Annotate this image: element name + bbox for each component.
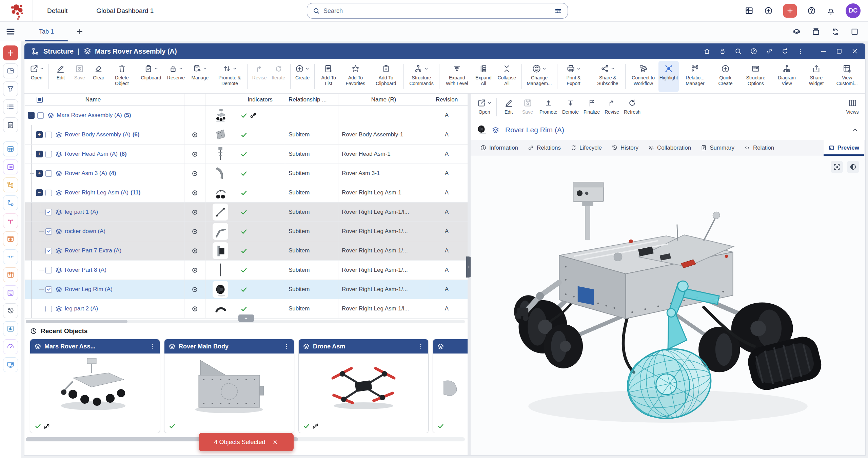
add-tab-icon[interactable]	[72, 27, 87, 36]
grid-row[interactable]: +Rover Head Asm (A)(8)SubitemRover Head …	[25, 145, 468, 164]
row-checkbox[interactable]	[45, 151, 52, 157]
sidebar-history-view-button[interactable]	[3, 303, 18, 318]
diagram-view-button[interactable]: Diagram View	[772, 61, 802, 92]
structure-options-button[interactable]: Structure Options	[739, 61, 772, 92]
grid-row[interactable]: Rover Part 8 (A)SubitemRover Right Leg A…	[25, 261, 468, 280]
row-checkbox[interactable]	[45, 209, 52, 215]
item-name-link[interactable]: Rover Body Assembly (A)	[65, 131, 131, 138]
column-header-indicators[interactable]: Indicators	[235, 94, 285, 106]
column-header-visibility[interactable]	[184, 94, 205, 106]
shading-mode-button[interactable]	[847, 161, 859, 173]
tab-history[interactable]: History	[607, 140, 643, 156]
quick-create-button[interactable]	[783, 4, 797, 18]
sidebar-node-link-view-button[interactable]	[3, 195, 18, 210]
visibility-eye-icon[interactable]	[191, 286, 198, 293]
expand-node-button[interactable]: +	[36, 170, 43, 177]
recent-object-card[interactable]: Rover Main Body	[164, 339, 294, 433]
sidebar-clipboard-doc-button[interactable]	[3, 117, 18, 132]
row-checkbox[interactable]	[37, 112, 44, 119]
demote-button[interactable]: Demote	[560, 95, 581, 119]
structure-commands-button[interactable]: Structure Commands	[406, 61, 437, 92]
view-customi-button[interactable]: View Customi...	[831, 61, 863, 92]
recent-object-card[interactable]: Mars Rover Ass...	[30, 339, 160, 433]
card-menu-icon[interactable]	[283, 343, 290, 350]
clipboard-button[interactable]: Clipboard	[141, 61, 161, 92]
sync-icon[interactable]	[831, 27, 840, 36]
reserve-button[interactable]: Reserve	[166, 61, 185, 92]
sidebar-form-view-button[interactable]	[3, 159, 18, 174]
sidebar-list-view-button[interactable]	[3, 99, 18, 114]
collapse-all-button[interactable]: Collapse All	[495, 61, 519, 92]
sidebar-remote-monitor-button[interactable]	[3, 357, 18, 372]
open-button[interactable]: Open	[475, 95, 494, 119]
column-header-revision[interactable]: Revision	[429, 94, 464, 106]
column-header-name[interactable]: Name	[43, 96, 143, 103]
refresh-button[interactable]: Refresh	[622, 95, 643, 119]
row-checkbox[interactable]	[45, 306, 52, 312]
quick-create-button[interactable]: Quick Create	[711, 61, 739, 92]
hamburger-menu-icon[interactable]	[0, 26, 21, 37]
revise-button[interactable]: Revise	[602, 95, 622, 119]
expand-node-button[interactable]: +	[36, 131, 43, 138]
item-name-link[interactable]: leg part 2 (A)	[65, 305, 98, 312]
refresh-icon[interactable]	[781, 47, 789, 55]
recent-object-card[interactable]: Drone Asm	[298, 339, 429, 433]
print-export-button[interactable]: Print & Export	[559, 61, 587, 92]
maximize-icon[interactable]	[835, 47, 843, 55]
create-button[interactable]: Create	[293, 61, 312, 92]
scroll-up-button[interactable]	[238, 314, 254, 322]
window-title-bar[interactable]: Structure | Mars Rover Assembly (A)	[24, 43, 865, 59]
expand-with-level-button[interactable]: Expand With Level	[442, 61, 472, 92]
notifications-bell-icon[interactable]	[826, 6, 835, 15]
visibility-eye-icon[interactable]	[191, 151, 198, 158]
panel-item-title[interactable]: Rover Leg Rim (A)	[505, 126, 564, 134]
link-icon[interactable]	[766, 47, 773, 55]
add-circle-icon[interactable]	[764, 6, 773, 15]
sidebar-bar-chart-view-button[interactable]	[3, 321, 18, 336]
visibility-eye-icon[interactable]	[191, 228, 198, 235]
card-menu-icon[interactable]	[149, 343, 156, 350]
apps-grid-icon[interactable]	[745, 6, 754, 15]
workspace-selector[interactable]: Default	[33, 7, 82, 15]
help-icon[interactable]	[807, 6, 816, 15]
visibility-eye-icon[interactable]	[191, 209, 198, 216]
visibility-eye-icon[interactable]	[191, 267, 198, 274]
search-filters-icon[interactable]	[554, 7, 562, 15]
row-checkbox[interactable]	[45, 190, 52, 196]
sidebar-gauge-dashboard-button[interactable]	[3, 339, 18, 354]
search-input[interactable]	[323, 7, 554, 15]
sidebar-window-view-button[interactable]	[3, 63, 18, 78]
row-checkbox[interactable]	[45, 248, 52, 254]
sidebar-preview-window-button[interactable]	[3, 231, 18, 246]
row-checkbox[interactable]	[45, 267, 52, 273]
user-avatar[interactable]: DC	[846, 3, 861, 18]
tab-lifecycle[interactable]: Lifecycle	[566, 140, 607, 156]
panel-divider[interactable]	[468, 94, 471, 455]
visibility-eye-icon[interactable]	[191, 131, 198, 138]
panel-collapse-icon[interactable]	[852, 127, 859, 133]
tab-preview[interactable]: Preview	[824, 140, 864, 156]
home-icon[interactable]	[703, 47, 711, 55]
delete-object-button[interactable]: Delete Object	[108, 61, 136, 92]
app-logo[interactable]	[0, 0, 33, 22]
tab-1[interactable]: Tab 1	[21, 22, 72, 41]
grid-row[interactable]: Rover Part 7 Extra (A)SubitemRover Right…	[25, 241, 468, 261]
relatio-manager-button[interactable]: Relatio... Manager	[679, 61, 711, 92]
item-name-link[interactable]: Rover Part 7 Extra (A)	[65, 247, 121, 254]
grid-row[interactable]: −Mars Rover Assembly (A)(5)A	[25, 106, 468, 125]
collapse-node-button[interactable]: −	[36, 189, 43, 196]
lock-icon[interactable]	[719, 47, 726, 55]
sidebar-branch-view-button[interactable]	[3, 213, 18, 228]
tab-relation[interactable]: Relation	[739, 140, 779, 156]
promote-button[interactable]: Promote	[537, 95, 560, 119]
tab-relations[interactable]: Relations	[523, 140, 566, 156]
sidebar-quick-add-button[interactable]	[3, 45, 18, 60]
sidebar-merge-view-button[interactable]	[3, 249, 18, 264]
item-name-link[interactable]: Rover Head Asm (A)	[65, 151, 118, 157]
sidebar-table-view-button[interactable]	[3, 141, 18, 156]
toast-close-icon[interactable]	[272, 439, 278, 445]
visibility-eye-icon[interactable]	[191, 170, 198, 177]
tab-summary[interactable]: Summary	[696, 140, 739, 156]
grid-row[interactable]: rocker down (A)SubitemRover Right Leg As…	[25, 222, 468, 241]
column-header-name-r[interactable]: Name (R)	[338, 94, 429, 106]
